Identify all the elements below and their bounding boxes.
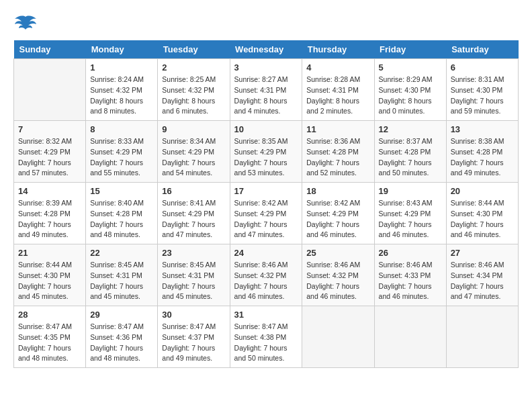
calendar-week-row: 7Sunrise: 8:32 AMSunset: 4:29 PMDaylight… xyxy=(14,121,519,183)
day-number: 7 xyxy=(18,124,81,134)
calendar-cell: 23Sunrise: 8:45 AMSunset: 4:31 PMDayligh… xyxy=(158,244,230,306)
calendar-table: SundayMondayTuesdayWednesdayThursdayFrid… xyxy=(13,40,519,368)
calendar-cell: 4Sunrise: 8:28 AMSunset: 4:31 PMDaylight… xyxy=(302,59,374,121)
header-tuesday: Tuesday xyxy=(158,40,230,59)
day-info: Sunrise: 8:39 AMSunset: 4:28 PMDaylight:… xyxy=(18,198,81,240)
day-number: 5 xyxy=(379,62,442,73)
calendar-cell: 13Sunrise: 8:38 AMSunset: 4:28 PMDayligh… xyxy=(446,121,518,183)
day-info: Sunrise: 8:47 AMSunset: 4:37 PMDaylight:… xyxy=(162,322,225,364)
header-sunday: Sunday xyxy=(14,40,86,59)
day-number: 2 xyxy=(162,62,225,73)
header-friday: Friday xyxy=(374,40,446,59)
day-number: 18 xyxy=(306,186,369,196)
day-info: Sunrise: 8:33 AMSunset: 4:29 PMDaylight:… xyxy=(90,136,153,179)
calendar-cell xyxy=(14,59,86,121)
calendar-cell: 3Sunrise: 8:27 AMSunset: 4:31 PMDaylight… xyxy=(230,59,302,121)
calendar-cell: 29Sunrise: 8:47 AMSunset: 4:36 PMDayligh… xyxy=(86,306,158,368)
calendar-cell: 24Sunrise: 8:46 AMSunset: 4:32 PMDayligh… xyxy=(230,244,302,306)
day-number: 19 xyxy=(379,186,442,196)
calendar-cell: 26Sunrise: 8:46 AMSunset: 4:33 PMDayligh… xyxy=(374,244,446,306)
day-info: Sunrise: 8:32 AMSunset: 4:29 PMDaylight:… xyxy=(18,136,81,179)
day-info: Sunrise: 8:47 AMSunset: 4:36 PMDaylight:… xyxy=(90,322,153,364)
calendar-cell: 5Sunrise: 8:29 AMSunset: 4:30 PMDaylight… xyxy=(374,59,446,121)
day-number: 1 xyxy=(90,62,153,73)
day-info: Sunrise: 8:31 AMSunset: 4:30 PMDaylight:… xyxy=(451,75,514,117)
day-number: 23 xyxy=(162,248,225,258)
day-number: 17 xyxy=(234,186,298,196)
calendar-cell: 30Sunrise: 8:47 AMSunset: 4:37 PMDayligh… xyxy=(158,306,230,368)
day-info: Sunrise: 8:42 AMSunset: 4:29 PMDaylight:… xyxy=(306,198,369,240)
day-info: Sunrise: 8:46 AMSunset: 4:34 PMDaylight:… xyxy=(451,260,514,302)
day-info: Sunrise: 8:24 AMSunset: 4:32 PMDaylight:… xyxy=(90,75,153,117)
day-info: Sunrise: 8:42 AMSunset: 4:29 PMDaylight:… xyxy=(234,198,298,240)
day-number: 28 xyxy=(18,310,81,320)
day-info: Sunrise: 8:44 AMSunset: 4:30 PMDaylight:… xyxy=(451,198,514,240)
calendar-week-row: 14Sunrise: 8:39 AMSunset: 4:28 PMDayligh… xyxy=(14,183,519,244)
day-info: Sunrise: 8:47 AMSunset: 4:38 PMDaylight:… xyxy=(234,322,298,364)
calendar-cell: 2Sunrise: 8:25 AMSunset: 4:32 PMDaylight… xyxy=(158,59,230,121)
day-info: Sunrise: 8:41 AMSunset: 4:29 PMDaylight:… xyxy=(162,198,225,240)
calendar-cell: 31Sunrise: 8:47 AMSunset: 4:38 PMDayligh… xyxy=(230,306,302,368)
day-number: 12 xyxy=(379,124,442,134)
calendar-week-row: 1Sunrise: 8:24 AMSunset: 4:32 PMDaylight… xyxy=(14,59,519,121)
day-info: Sunrise: 8:36 AMSunset: 4:28 PMDaylight:… xyxy=(306,136,369,179)
day-number: 8 xyxy=(90,124,153,134)
header-wednesday: Wednesday xyxy=(230,40,302,59)
day-info: Sunrise: 8:27 AMSunset: 4:31 PMDaylight:… xyxy=(234,75,298,117)
day-number: 25 xyxy=(306,248,369,258)
day-number: 15 xyxy=(90,186,153,196)
day-number: 6 xyxy=(451,62,514,73)
calendar-cell: 20Sunrise: 8:44 AMSunset: 4:30 PMDayligh… xyxy=(446,183,518,244)
day-number: 9 xyxy=(162,124,225,134)
day-info: Sunrise: 8:40 AMSunset: 4:28 PMDaylight:… xyxy=(90,198,153,240)
day-info: Sunrise: 8:38 AMSunset: 4:28 PMDaylight:… xyxy=(451,136,514,179)
calendar-cell xyxy=(374,306,446,368)
day-info: Sunrise: 8:44 AMSunset: 4:30 PMDaylight:… xyxy=(18,260,81,302)
calendar-cell: 9Sunrise: 8:34 AMSunset: 4:29 PMDaylight… xyxy=(158,121,230,183)
day-info: Sunrise: 8:47 AMSunset: 4:35 PMDaylight:… xyxy=(18,322,81,364)
calendar-header-row: SundayMondayTuesdayWednesdayThursdayFrid… xyxy=(14,40,519,59)
calendar-week-row: 28Sunrise: 8:47 AMSunset: 4:35 PMDayligh… xyxy=(14,306,519,368)
calendar-cell: 12Sunrise: 8:37 AMSunset: 4:28 PMDayligh… xyxy=(374,121,446,183)
logo-icon xyxy=(13,13,38,34)
day-number: 16 xyxy=(162,186,225,196)
day-info: Sunrise: 8:45 AMSunset: 4:31 PMDaylight:… xyxy=(90,260,153,302)
day-info: Sunrise: 8:46 AMSunset: 4:32 PMDaylight:… xyxy=(306,260,369,302)
day-info: Sunrise: 8:35 AMSunset: 4:29 PMDaylight:… xyxy=(234,136,298,179)
calendar-cell: 21Sunrise: 8:44 AMSunset: 4:30 PMDayligh… xyxy=(14,244,86,306)
calendar-cell: 27Sunrise: 8:46 AMSunset: 4:34 PMDayligh… xyxy=(446,244,518,306)
day-number: 4 xyxy=(306,62,369,73)
page-header xyxy=(13,13,519,34)
calendar-cell xyxy=(446,306,518,368)
calendar-cell: 11Sunrise: 8:36 AMSunset: 4:28 PMDayligh… xyxy=(302,121,374,183)
calendar-cell: 18Sunrise: 8:42 AMSunset: 4:29 PMDayligh… xyxy=(302,183,374,244)
calendar-cell xyxy=(302,306,374,368)
day-number: 11 xyxy=(306,124,369,134)
day-number: 29 xyxy=(90,310,153,320)
calendar-cell: 14Sunrise: 8:39 AMSunset: 4:28 PMDayligh… xyxy=(14,183,86,244)
calendar-cell: 19Sunrise: 8:43 AMSunset: 4:29 PMDayligh… xyxy=(374,183,446,244)
day-number: 20 xyxy=(451,186,514,196)
header-saturday: Saturday xyxy=(446,40,518,59)
day-info: Sunrise: 8:46 AMSunset: 4:33 PMDaylight:… xyxy=(379,260,442,302)
calendar-cell: 6Sunrise: 8:31 AMSunset: 4:30 PMDaylight… xyxy=(446,59,518,121)
day-info: Sunrise: 8:45 AMSunset: 4:31 PMDaylight:… xyxy=(162,260,225,302)
day-info: Sunrise: 8:25 AMSunset: 4:32 PMDaylight:… xyxy=(162,75,225,117)
day-number: 10 xyxy=(234,124,298,134)
day-info: Sunrise: 8:46 AMSunset: 4:32 PMDaylight:… xyxy=(234,260,298,302)
day-number: 26 xyxy=(379,248,442,258)
day-number: 21 xyxy=(18,248,81,258)
calendar-cell: 22Sunrise: 8:45 AMSunset: 4:31 PMDayligh… xyxy=(86,244,158,306)
calendar-cell: 1Sunrise: 8:24 AMSunset: 4:32 PMDaylight… xyxy=(86,59,158,121)
calendar-cell: 28Sunrise: 8:47 AMSunset: 4:35 PMDayligh… xyxy=(14,306,86,368)
day-number: 24 xyxy=(234,248,298,258)
calendar-cell: 17Sunrise: 8:42 AMSunset: 4:29 PMDayligh… xyxy=(230,183,302,244)
logo xyxy=(13,13,40,34)
day-number: 31 xyxy=(234,310,298,320)
day-number: 27 xyxy=(451,248,514,258)
calendar-cell: 16Sunrise: 8:41 AMSunset: 4:29 PMDayligh… xyxy=(158,183,230,244)
day-info: Sunrise: 8:37 AMSunset: 4:28 PMDaylight:… xyxy=(379,136,442,179)
calendar-cell: 8Sunrise: 8:33 AMSunset: 4:29 PMDaylight… xyxy=(86,121,158,183)
day-info: Sunrise: 8:43 AMSunset: 4:29 PMDaylight:… xyxy=(379,198,442,240)
header-monday: Monday xyxy=(86,40,158,59)
